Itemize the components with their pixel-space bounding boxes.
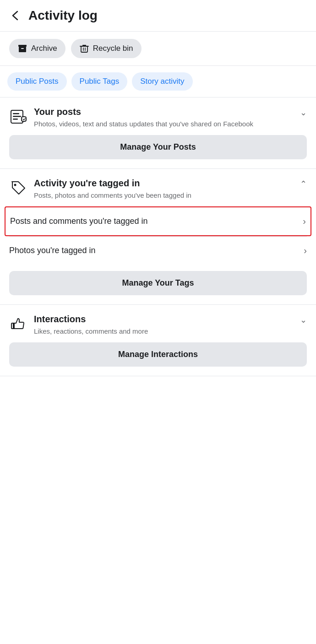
tagged-title: Activity you're tagged in — [34, 178, 295, 189]
svg-rect-0 — [18, 45, 27, 47]
tab-row: Public Posts Public Tags Story activity — [0, 66, 316, 97]
manage-your-tags-button[interactable]: Manage Your Tags — [9, 271, 307, 295]
tag-icon — [9, 179, 27, 197]
recycle-bin-filter[interactable]: Recycle bin — [71, 39, 142, 58]
tagged-chevron-up: ⌃ — [300, 179, 307, 189]
posts-comments-tagged-item[interactable]: Posts and comments you're tagged in › — [5, 206, 311, 236]
svg-rect-7 — [13, 113, 19, 114]
interactions-info: Interactions Likes, reactions, comments … — [34, 314, 295, 336]
tagged-items-list: Posts and comments you're tagged in › Ph… — [9, 206, 307, 265]
your-posts-desc: Photos, videos, text and status updates … — [34, 119, 295, 129]
posts-comments-chevron-icon: › — [303, 216, 306, 227]
back-button[interactable] — [9, 9, 22, 22]
svg-point-11 — [14, 184, 16, 186]
svg-rect-8 — [13, 116, 21, 117]
svg-rect-2 — [21, 48, 24, 49]
your-posts-info: Your posts Photos, videos, text and stat… — [34, 107, 295, 129]
interactions-title: Interactions — [34, 314, 295, 325]
posts-comments-tagged-label: Posts and comments you're tagged in — [10, 216, 298, 227]
archive-label: Archive — [31, 44, 57, 53]
tagged-desc: Posts, photos and comments you've been t… — [34, 190, 295, 200]
posts-icon — [9, 108, 27, 126]
manage-your-posts-button[interactable]: Manage Your Posts — [9, 135, 307, 159]
svg-rect-1 — [19, 47, 26, 52]
header: Activity log — [0, 0, 316, 32]
your-posts-chevron-down: ⌄ — [300, 108, 307, 118]
your-posts-header: Your posts Photos, videos, text and stat… — [9, 107, 307, 129]
tab-public-posts[interactable]: Public Posts — [7, 72, 67, 91]
interactions-section: Interactions Likes, reactions, comments … — [0, 305, 316, 376]
tab-story-activity[interactable]: Story activity — [132, 72, 192, 91]
tagged-header: Activity you're tagged in Posts, photos … — [9, 178, 307, 200]
interactions-header: Interactions Likes, reactions, comments … — [9, 314, 307, 336]
archive-filter[interactable]: Archive — [9, 39, 65, 58]
manage-interactions-button[interactable]: Manage Interactions — [9, 342, 307, 367]
tagged-section: Activity you're tagged in Posts, photos … — [0, 169, 316, 305]
tab-public-tags[interactable]: Public Tags — [71, 72, 128, 91]
interactions-desc: Likes, reactions, comments and more — [34, 326, 295, 336]
trash-icon — [79, 43, 89, 54]
thumbs-up-icon — [9, 315, 27, 333]
your-posts-title: Your posts — [34, 107, 295, 117]
interactions-chevron-down: ⌄ — [300, 315, 307, 325]
svg-rect-9 — [13, 119, 18, 120]
photos-tagged-label: Photos you're tagged in — [9, 245, 299, 256]
photos-tagged-item[interactable]: Photos you're tagged in › — [9, 236, 307, 265]
photos-tagged-chevron-icon: › — [304, 245, 307, 256]
svg-rect-10 — [22, 117, 26, 121]
tagged-info: Activity you're tagged in Posts, photos … — [34, 178, 295, 200]
page-title: Activity log — [28, 8, 98, 23]
recycle-bin-label: Recycle bin — [93, 44, 133, 53]
your-posts-section: Your posts Photos, videos, text and stat… — [0, 97, 316, 169]
svg-rect-3 — [81, 46, 87, 52]
archive-icon — [17, 43, 27, 54]
filter-row: Archive Recycle bin — [0, 32, 316, 66]
